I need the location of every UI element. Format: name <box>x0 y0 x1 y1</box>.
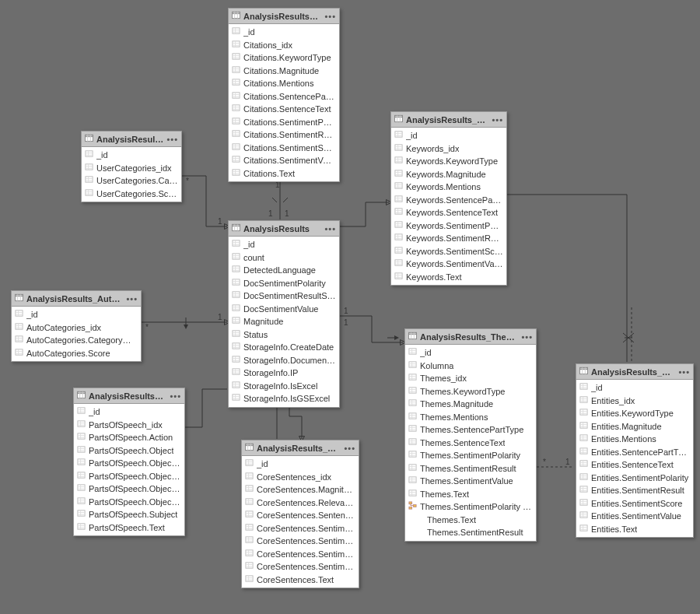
field-row[interactable]: Entities.SentimentPolarity <box>576 472 693 485</box>
field-row[interactable]: CoreSentences.SentenceNu… <box>242 509 359 522</box>
table-menu-icon[interactable]: ••• <box>170 391 181 401</box>
field-row[interactable]: Keywords.SentimentPolar… <box>391 219 506 233</box>
field-row[interactable]: Themes.KeywordType <box>405 385 536 398</box>
field-row[interactable]: DetectedLanguage <box>229 264 339 277</box>
field-row[interactable]: PartsOfSpeech.Action <box>74 431 184 444</box>
field-row[interactable]: Keywords.KeywordType <box>391 155 506 168</box>
table-key[interactable]: AnalysisResults_Key…•••_idKeywords_idxKe… <box>390 111 507 286</box>
table-auto[interactable]: AnalysisResults_Auto…•••_idAutoCategorie… <box>11 290 142 362</box>
field-row[interactable]: Themes_idx <box>405 372 536 385</box>
field-row[interactable]: UserCategories.Score <box>82 188 181 201</box>
field-row[interactable]: Themes.SentenceText <box>405 437 536 450</box>
field-row[interactable]: Themes.Magnitude <box>405 398 536 411</box>
field-row[interactable]: Entities.SentimentScore <box>576 497 693 510</box>
field-row[interactable]: Citations.Text <box>229 167 339 181</box>
field-row[interactable]: Magnitude <box>229 315 339 328</box>
field-row[interactable]: Keywords.SentimentValue <box>391 258 506 271</box>
table-header[interactable]: AnalysisResults_Entit…••• <box>576 364 693 380</box>
table-header[interactable]: AnalysisResults_Themes••• <box>405 329 536 345</box>
field-row[interactable]: _id <box>12 308 141 321</box>
field-row[interactable]: Kolumna <box>405 360 536 373</box>
table-menu-icon[interactable]: ••• <box>324 12 336 21</box>
table-header[interactable]: AnalysisResults_User…••• <box>82 132 181 147</box>
field-row[interactable]: AutoCategories_idx <box>12 321 141 335</box>
table-menu-icon[interactable]: ••• <box>521 332 533 342</box>
field-row[interactable]: Keywords.SentencePartTy… <box>391 194 506 207</box>
field-row[interactable]: CoreSentences.SentimentRes… <box>242 535 359 548</box>
field-row[interactable]: Citations.SentenceText <box>229 103 339 116</box>
field-row[interactable]: _id <box>82 149 181 162</box>
table-part[interactable]: AnalysisResults_Part…•••_idPartsOfSpeech… <box>73 388 185 536</box>
field-row[interactable]: PartsOfSpeech.ObjectSen… <box>74 470 184 483</box>
field-row[interactable]: Keywords.Text <box>391 271 506 284</box>
field-row[interactable]: Keywords_idx <box>391 142 506 156</box>
table-menu-icon[interactable]: ••• <box>492 115 503 125</box>
field-row[interactable]: Keywords.SentenceText <box>391 206 506 219</box>
table-header[interactable]: AnalysisResults_CoreSe…••• <box>242 440 359 456</box>
field-row[interactable]: Citations.SentencePartType <box>229 90 339 104</box>
table-menu-icon[interactable]: ••• <box>166 135 178 144</box>
table-header[interactable]: AnalysisResults_Key…••• <box>391 112 506 128</box>
field-row[interactable]: _id <box>74 405 184 419</box>
field-row[interactable]: PartsOfSpeech.Subject <box>74 508 184 521</box>
field-row[interactable]: CoreSentences.SentimentVal… <box>242 560 359 574</box>
field-row[interactable]: Entities.Text <box>576 523 693 536</box>
field-row[interactable]: Entities.SentencePartType <box>576 446 693 459</box>
field-row[interactable]: StorageInfo.IP <box>229 367 339 380</box>
field-row[interactable]: PartsOfSpeech.ObjectSen… <box>74 482 184 496</box>
hierarchy-row[interactable]: Themes.SentimentPolarity Hier… <box>405 500 536 514</box>
field-row[interactable]: CoreSentences.Relevance <box>242 496 359 510</box>
field-row[interactable]: CoreSentences.SentimentSc… <box>242 548 359 561</box>
field-row[interactable]: DocSentimentValue <box>229 303 339 316</box>
field-row[interactable]: Entities.KeywordType <box>576 407 693 420</box>
field-row[interactable]: Keywords.SentimentResult <box>391 232 506 245</box>
table-menu-icon[interactable]: ••• <box>324 224 336 233</box>
table-header[interactable]: AnalysisResults_Auto…••• <box>12 291 141 307</box>
field-row[interactable]: PartsOfSpeech.Text <box>74 521 184 535</box>
field-row[interactable]: _id <box>229 26 339 39</box>
field-row[interactable]: AutoCategories.Category… <box>12 334 141 347</box>
field-row[interactable]: PartsOfSpeech.Object <box>74 444 184 458</box>
field-row[interactable]: _id <box>576 381 693 395</box>
table-main[interactable]: AnalysisResults•••_idcountDetectedLangua… <box>228 220 340 408</box>
field-row[interactable]: Keywords.Mentions <box>391 181 506 194</box>
field-row[interactable]: DocSentimentPolarity <box>229 277 339 290</box>
field-row[interactable]: StorageInfo.CreateDate <box>229 341 339 354</box>
field-row[interactable]: DocSentimentResultString <box>229 289 339 303</box>
field-row[interactable]: Keywords.Magnitude <box>391 168 506 181</box>
field-row[interactable]: Entities.Magnitude <box>576 420 693 433</box>
field-row[interactable]: Citations.SentimentScore <box>229 142 339 155</box>
table-core[interactable]: AnalysisResults_CoreSe…•••_idCoreSentenc… <box>241 440 359 588</box>
field-row[interactable]: _id <box>391 129 506 142</box>
field-row[interactable]: PartsOfSpeech.ObjectSen… <box>74 496 184 509</box>
table-citat[interactable]: AnalysisResults_Citat…•••_idCitations_id… <box>228 8 340 182</box>
field-row[interactable]: Themes.SentimentPolarity <box>405 449 536 462</box>
field-row[interactable]: Entities.SentimentResult <box>576 484 693 497</box>
hierarchy-child[interactable]: Themes.Text <box>427 514 536 527</box>
field-row[interactable]: Citations_idx <box>229 39 339 52</box>
field-row[interactable]: StorageInfo.IsGSExcel <box>229 392 339 405</box>
field-row[interactable]: Entities.SentenceText <box>576 458 693 472</box>
field-row[interactable]: Themes.SentencePartType <box>405 423 536 437</box>
table-header[interactable]: AnalysisResults_Citat…••• <box>229 9 339 24</box>
field-row[interactable]: Entities.SentimentValue <box>576 510 693 523</box>
field-row[interactable]: Status <box>229 328 339 342</box>
field-row[interactable]: CoreSentences.Magnitude <box>242 483 359 496</box>
field-row[interactable]: PartsOfSpeech_idx <box>74 419 184 432</box>
field-row[interactable]: StorageInfo.DocumentText <box>229 354 339 367</box>
field-row[interactable]: Citations.SentimentPolarity <box>229 116 339 129</box>
field-row[interactable]: StorageInfo.IsExcel <box>229 380 339 393</box>
table-menu-icon[interactable]: ••• <box>678 367 690 377</box>
field-row[interactable]: Citations.Magnitude <box>229 65 339 78</box>
field-row[interactable]: PartsOfSpeech.ObjectSen… <box>74 457 184 470</box>
field-row[interactable]: Entities_idx <box>576 395 693 408</box>
field-row[interactable]: CoreSentences_idx <box>242 471 359 484</box>
field-row[interactable]: AutoCategories.Score <box>12 347 141 360</box>
field-row[interactable]: Citations.SentimentValue <box>229 154 339 167</box>
field-row[interactable]: Entities.Mentions <box>576 433 693 446</box>
field-row[interactable]: count <box>229 251 339 265</box>
field-row[interactable]: Themes.Text <box>405 488 536 501</box>
field-row[interactable]: Themes.Mentions <box>405 411 536 424</box>
table-header[interactable]: AnalysisResults••• <box>229 221 339 237</box>
field-row[interactable]: UserCategories.Category… <box>82 174 181 188</box>
